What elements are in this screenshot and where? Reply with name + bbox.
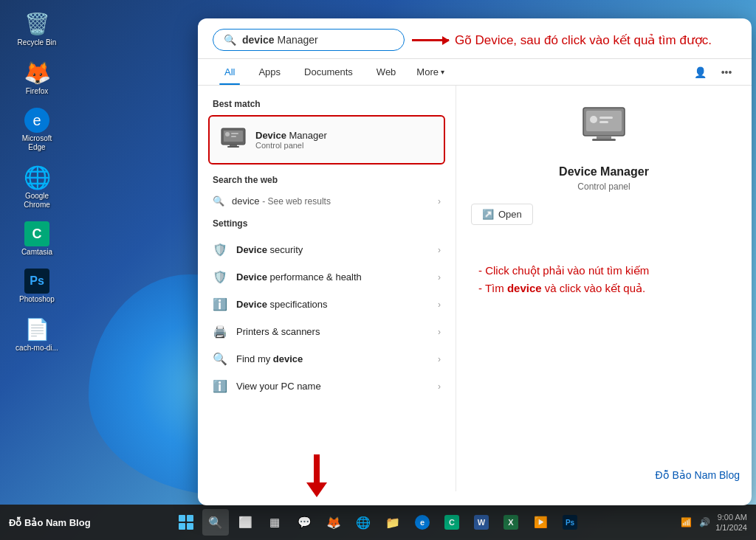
tab-icon-people[interactable]: 👤 (690, 62, 710, 83)
search-button[interactable]: 🔍 (202, 509, 229, 536)
settings-item-printers[interactable]: 🖨️ Printers & scanners › (198, 318, 456, 345)
svg-point-11 (590, 116, 597, 123)
chrome-icon: 🌐 (24, 164, 50, 190)
edge-taskbar-button[interactable]: e (409, 509, 436, 536)
ps-taskbar-button[interactable]: Ps (557, 509, 583, 536)
teams-icon: 💬 (298, 516, 312, 529)
excel-taskbar-button[interactable]: X (498, 509, 524, 536)
settings-label: Settings (198, 212, 456, 233)
down-arrow-annotation (306, 454, 327, 497)
excel-icon: X (504, 515, 518, 530)
search-annotation: Gõ Device, sau đó click vào kết quả tìm … (412, 32, 712, 48)
device-manager-icon (220, 124, 247, 156)
firefox-icon: 🦊 (24, 59, 50, 86)
settings-item-device-specs[interactable]: ℹ️ Device specifications › (198, 291, 456, 318)
annotation-box: - Click chuột phải vào nút tìm kiếm - Tì… (471, 255, 737, 305)
search-content: Best match (198, 86, 752, 491)
taskbar-left: Đỗ Bảo Nam Blog (9, 517, 91, 528)
camtasia-label: Camtasia (21, 248, 52, 257)
wifi-icon: 📶 (678, 517, 694, 527)
settings-items: 🛡️ Device security › 🛡️ Device performan… (198, 233, 456, 400)
preview-device-manager-icon (580, 100, 628, 156)
firefox-taskbar-button[interactable]: 🦊 (320, 509, 347, 536)
search-tabs: All Apps Documents Web More ▾ 👤 ••• (198, 59, 752, 86)
red-arrow-icon (412, 39, 449, 41)
desktop-icon-firefox[interactable]: 🦊 Firefox (11, 56, 63, 99)
annotation-line-2: - Tìm device và click vào kết quả. (478, 280, 729, 297)
svg-rect-12 (599, 117, 613, 119)
word-taskbar-button[interactable]: W (468, 509, 495, 536)
chevron-right-icon: › (438, 272, 441, 283)
chevron-right-icon: › (438, 245, 441, 255)
desktop-icon-photoshop[interactable]: Ps Photoshop (11, 266, 63, 307)
taskbar: Đỗ Bảo Nam Blog 🔍 ⬜ ▦ (0, 505, 756, 540)
media-icon: ▶️ (534, 516, 548, 529)
desktop-icon-recycle[interactable]: 🗑️ Recycle Bin (11, 7, 63, 50)
taskview-button[interactable]: ⬜ (232, 509, 258, 536)
settings-item-device-security[interactable]: 🛡️ Device security › (198, 236, 456, 263)
camtasia-icon: C (24, 221, 49, 246)
recycle-bin-icon: 🗑️ (24, 10, 50, 37)
word-icon: W (474, 515, 489, 530)
tab-icons: 👤 ••• (690, 62, 737, 83)
windows-logo (179, 515, 193, 530)
search-query-bold: device (242, 34, 275, 46)
taskbar-brand: Đỗ Bảo Nam Blog (9, 517, 91, 528)
desktop-icon-camtasia[interactable]: C Camtasia (11, 218, 63, 260)
preview-icon-wrapper (471, 100, 737, 156)
preview-subtitle: Control panel (471, 181, 737, 192)
camtasia-taskbar-button[interactable]: C (439, 509, 465, 536)
settings-item-device-perf[interactable]: 🛡️ Device performance & health › (198, 263, 456, 291)
panel-brand: Đỗ Bảo Nam Blog (656, 469, 740, 481)
search-query-rest: Manager (275, 34, 318, 46)
best-match-subtitle: Control panel (255, 141, 327, 150)
widgets-icon: ▦ (269, 516, 280, 529)
search-taskbar-icon: 🔍 (208, 516, 223, 530)
explorer-button[interactable]: 📁 (379, 509, 406, 536)
search-bar: 🔍 device Manager Gõ Device, sau đó click… (198, 18, 752, 59)
preview-title: Device Manager (471, 165, 737, 179)
open-icon: ↗️ (482, 209, 494, 220)
svg-rect-13 (599, 121, 608, 123)
annotation-line-1: - Click chuột phải vào nút tìm kiếm (478, 262, 729, 280)
taskbar-right: 📶 🔊 9:00 AM 1/1/2024 (678, 512, 747, 533)
settings-item-pc-name[interactable]: ℹ️ View your PC name › (198, 373, 456, 400)
file-label: cach-mo-di... (16, 344, 58, 353)
tab-all[interactable]: All (213, 59, 247, 85)
settings-item-find-device[interactable]: 🔍 Find my device › (198, 345, 456, 373)
open-button[interactable]: ↗️ Open (471, 204, 533, 225)
desktop-icons: 🗑️ Recycle Bin 🦊 Firefox e Microsoft Edg… (11, 7, 63, 356)
search-input-wrapper[interactable]: 🔍 device Manager (213, 29, 405, 51)
tab-documents[interactable]: Documents (292, 59, 365, 85)
teams-button[interactable]: 💬 (291, 509, 317, 536)
tab-more[interactable]: More ▾ (408, 59, 453, 85)
best-match-item[interactable]: Device Manager Control panel (208, 115, 445, 165)
svg-rect-5 (231, 133, 238, 134)
person-icon: 🔍 (213, 352, 227, 366)
volume-icon: 🔊 (697, 517, 712, 527)
desktop-icon-chrome[interactable]: 🌐 Google Chrome (11, 161, 63, 212)
desktop-icon-file[interactable]: 📄 cach-mo-di... (11, 313, 63, 356)
chevron-right-icon: › (438, 300, 441, 310)
web-search-item[interactable]: 🔍 device - See web results › (198, 190, 456, 212)
start-button[interactable] (173, 509, 199, 536)
chevron-down-icon: ▾ (441, 68, 444, 76)
shield-icon-1: 🛡️ (213, 243, 227, 257)
tab-apps[interactable]: Apps (247, 59, 292, 85)
tab-web[interactable]: Web (365, 59, 408, 85)
web-query: device - See web results (232, 195, 331, 207)
search-annotation-text: Gõ Device, sau đó click vào kết quả tìm … (455, 32, 712, 48)
media-taskbar-button[interactable]: ▶️ (527, 509, 554, 536)
chevron-right-icon: › (438, 354, 441, 364)
widgets-button[interactable]: ▦ (261, 509, 288, 536)
tab-icon-more[interactable]: ••• (716, 62, 737, 83)
info-icon-2: ℹ️ (213, 379, 227, 393)
ps-taskbar-icon: Ps (563, 515, 577, 530)
chevron-right-icon: › (438, 327, 441, 337)
explorer-icon: 📁 (385, 516, 400, 530)
file-icon: 📄 (24, 316, 50, 342)
chevron-right-icon: › (438, 381, 441, 392)
desktop-icon-edge[interactable]: e Microsoft Edge (11, 105, 63, 155)
svg-rect-3 (227, 146, 239, 148)
chrome-taskbar-button[interactable]: 🌐 (350, 509, 377, 536)
